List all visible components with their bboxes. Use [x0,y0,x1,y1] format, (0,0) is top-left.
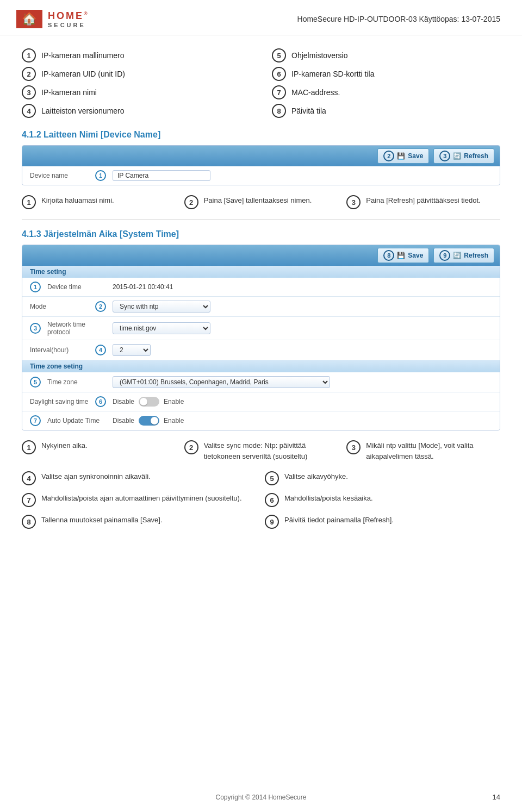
daylight-toggle-group: Disable Enable [113,397,184,407]
explanation-item: 8 Tallenna muutokset painamalla [Save]. [22,515,257,529]
intro-list: 1 IP-kameran mallinumero 2 IP-kameran UI… [22,46,500,120]
save-label-2: Save [408,252,423,259]
exp-text-s2-7: Mahdollista/poista ajan automaattinen pä… [41,493,242,504]
timezone-label: Time zone [47,378,107,386]
panel-toolbar-2: 8 💾 Save 9 🔄 Refresh [22,245,500,266]
exp-num-3: 3 [346,195,361,209]
explanation-item: 5 Valitse aikavyöhyke. [265,471,500,485]
time-zone-heading: Time zone seting [22,360,500,372]
interval-select[interactable]: 2 4 6 12 24 [113,344,151,356]
num-badge-7: 7 [272,85,286,99]
refresh-button-2[interactable]: 9 🔄 Refresh [433,248,494,263]
logo-text: HOME® SECURE [48,10,89,28]
auto-off-label: Disable [113,417,134,424]
explanation-item: 3 Paina [Refresh] päivittääksesi tiedot. [346,195,500,209]
device-name-input[interactable] [113,170,210,181]
exp-text-s2-8: Tallenna muutokset painamalla [Save]. [41,515,163,526]
auto-update-label: Auto Update Time [47,417,107,424]
explanation-item: 4 Valitse ajan synkronoinnin aikaväli. [22,471,257,485]
refresh-label-2: Refresh [464,252,488,259]
logo-icon: 🏠 [16,10,42,28]
auto-update-toggle-group: Disable Enable [113,416,184,426]
daylight-toggle[interactable] [139,397,159,407]
section2-explanation-bottom: 4 Valitse ajan synkronoinnin aikaväli. 5… [22,471,500,529]
exp-text-s2-3: Mikäli ntp valittu [Mode], voit valita a… [366,440,500,461]
item-text: IP-kameran UID (unit ID) [41,70,125,78]
row-num-dst: 6 [95,396,106,407]
explanation-item: 1 Kirjoita haluamasi nimi. [22,195,176,209]
section2-heading: 4.1.3 Järjestelmän Aika [System Time] [22,229,500,239]
logo: 🏠 HOME® SECURE [16,10,89,28]
item-text: Päivitä tila [291,107,326,115]
save-label: Save [408,152,423,160]
exp-text-3: Paina [Refresh] päivittääksesi tiedot. [366,195,480,206]
header-title: HomeSecure HD-IP-OUTDOOR-03 Käyttöopas: … [297,15,500,23]
device-name-row: Device name 1 [22,166,500,185]
ntp-row: 3 Network time protocol time.nist.gov po… [22,317,500,340]
exp-num-s2-3: 3 [346,440,361,454]
timezone-select[interactable]: (GMT+01:00) Brussels, Copenhagen, Madrid… [113,376,330,388]
exp-num-s2-2: 2 [184,440,198,454]
refresh-num-2: 9 [439,250,450,261]
device-time-value: 2015-01-21 00:40:41 [113,283,173,291]
list-item: 6 IP-kameran SD-kortti tila [272,65,500,83]
exp-text-s2-2: Valitse sync mode: Ntp: päivittää tietok… [204,440,338,461]
auto-update-toggle[interactable] [139,416,159,426]
footer-copyright: Copyright © 2014 HomeSecure [0,794,522,801]
list-item: 2 IP-kameran UID (unit ID) [22,65,250,83]
exp-text-1: Kirjoita haluamasi nimi. [41,195,114,206]
mode-select[interactable]: Sync with ntp Manual [113,301,210,313]
ntp-select[interactable]: time.nist.gov pool.ntp.org [113,322,210,334]
save-button-2[interactable]: 8 💾 Save [377,248,429,263]
refresh-icon: 🔄 [453,152,461,160]
item-text: MAC-address. [291,88,340,97]
page-number: 14 [493,793,500,801]
device-name-label: Device name [30,172,90,179]
mode-row: Mode 2 Sync with ntp Manual [22,297,500,317]
device-name-panel: 2 💾 Save 3 🔄 Refresh Device name 1 [22,145,500,185]
panel-toolbar-1: 2 💾 Save 3 🔄 Refresh [22,146,500,166]
exp-num-s2-4: 4 [22,471,36,485]
explanation-item: 6 Mahdollista/poista kesäaika. [265,493,500,507]
exp-num-s2-7: 7 [22,493,36,507]
exp-num-s2-8: 8 [22,515,36,529]
num-badge-1: 1 [22,48,36,63]
logo-registered: ® [84,11,89,16]
explanation-item: 1 Nykyinen aika. [22,440,176,461]
device-time-row: 1 Device time 2015-01-21 00:40:41 [22,278,500,297]
row-num-1: 1 [95,170,106,181]
row-num-interval: 4 [95,345,106,355]
interval-label: Interval(hour) [30,346,90,354]
refresh-label: Refresh [464,152,488,160]
exp-num-s2-1: 1 [22,440,36,454]
save-icon-2: 💾 [397,252,405,259]
section1-explanation: 1 Kirjoita haluamasi nimi. 2 Paina [Save… [22,195,500,209]
exp-num-s2-9: 9 [265,515,279,529]
item-text: IP-kameran mallinumero [41,51,125,60]
row-num-dt: 1 [30,282,41,292]
exp-text-2: Paina [Save] tallentaaksesi nimen. [204,195,312,206]
section-divider [22,219,500,220]
exp-num-s2-6: 6 [265,493,279,507]
list-item: 8 Päivitä tila [272,102,500,120]
item-text: IP-kameran nimi [41,88,97,97]
save-num-2: 8 [383,250,394,261]
daylight-on-label: Enable [164,398,184,405]
refresh-button[interactable]: 3 🔄 Refresh [433,148,494,164]
row-num-mode: 2 [95,301,106,312]
time-seting-heading: Time seting [22,266,500,278]
intro-right: 5 Ohjelmistoversio 6 IP-kameran SD-kortt… [272,46,500,120]
explanation-item: 7 Mahdollista/poista ajan automaattinen … [22,493,257,507]
refresh-num: 3 [439,151,450,161]
list-item: 1 IP-kameran mallinumero [22,46,250,65]
mode-label: Mode [30,303,90,310]
num-badge-6: 6 [272,67,286,81]
logo-secure-text: SECURE [48,22,89,28]
num-badge-8: 8 [272,104,286,118]
save-button[interactable]: 2 💾 Save [377,148,429,164]
save-icon: 💾 [397,152,405,160]
row-num-aut: 7 [30,415,41,426]
section2-explanation-top: 1 Nykyinen aika. 2 Valitse sync mode: Nt… [22,440,500,461]
system-time-panel: 8 💾 Save 9 🔄 Refresh Time seting 1 Devic… [22,245,500,430]
refresh-icon-2: 🔄 [453,252,461,259]
